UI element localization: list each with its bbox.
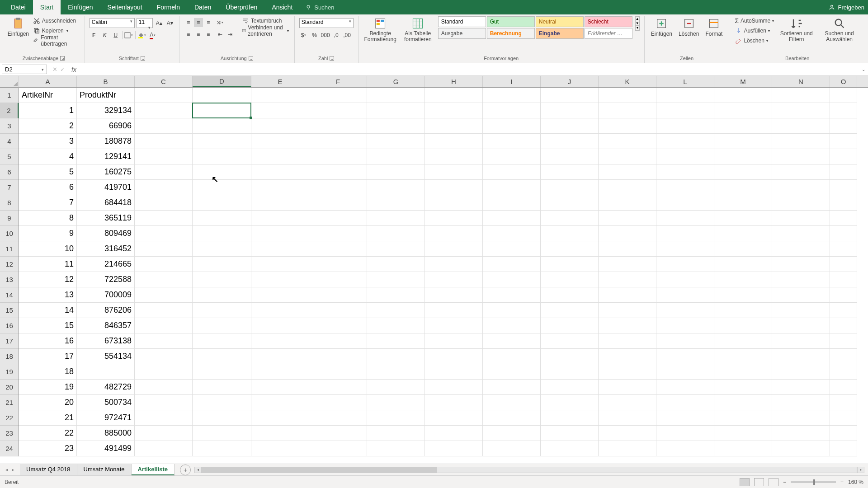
cell[interactable] — [309, 426, 367, 441]
cell[interactable] — [656, 103, 714, 118]
cell[interactable]: 316452 — [77, 241, 135, 257]
cell[interactable]: 18 — [19, 364, 77, 380]
cell[interactable] — [193, 88, 251, 103]
cell[interactable] — [483, 164, 541, 180]
cell[interactable] — [656, 426, 714, 441]
cell[interactable] — [425, 88, 483, 103]
cell-style-eingabe[interactable]: Eingabe — [536, 28, 584, 39]
cell[interactable] — [599, 441, 656, 456]
cell-style-berechnung[interactable]: Berechnung — [487, 28, 535, 39]
gallery-more-icon[interactable]: ▾ — [636, 26, 639, 30]
menu-tab-überprüfen[interactable]: Überprüfen — [218, 0, 264, 14]
clear-button[interactable]: Löschen▾ — [734, 36, 775, 45]
cell-style-ausgabe[interactable]: Ausgabe — [438, 28, 486, 39]
cell[interactable] — [193, 149, 251, 164]
decrease-decimal-icon[interactable]: ,00 — [343, 31, 352, 40]
cell[interactable] — [193, 287, 251, 303]
cell[interactable] — [541, 211, 599, 226]
cell[interactable] — [309, 410, 367, 426]
cell[interactable] — [830, 211, 857, 226]
italic-button[interactable]: K — [100, 31, 109, 40]
cell[interactable] — [135, 118, 193, 134]
cell[interactable] — [714, 149, 772, 164]
format-as-table-button[interactable]: Als Tabelle formatieren — [401, 16, 435, 43]
cut-button[interactable]: Ausschneiden — [32, 16, 80, 25]
cell[interactable] — [830, 364, 857, 380]
percent-format-icon[interactable]: % — [310, 31, 319, 40]
cell[interactable] — [425, 303, 483, 318]
column-header-H[interactable]: H — [425, 76, 483, 87]
cell[interactable] — [483, 303, 541, 318]
cell[interactable]: 419701 — [77, 180, 135, 195]
cell[interactable]: 13 — [19, 287, 77, 303]
cell[interactable] — [599, 318, 656, 333]
paste-button[interactable]: Einfügen — [7, 16, 29, 38]
cell[interactable] — [135, 103, 193, 118]
row-header-21[interactable]: 21 — [0, 395, 19, 410]
underline-button[interactable]: U — [111, 31, 120, 40]
cell[interactable] — [599, 426, 656, 441]
cell[interactable] — [714, 226, 772, 241]
cell[interactable] — [193, 349, 251, 364]
cell[interactable] — [251, 410, 309, 426]
cell[interactable] — [830, 164, 857, 180]
add-sheet-button[interactable]: + — [180, 465, 191, 475]
menu-tab-einfügen[interactable]: Einfügen — [61, 0, 100, 14]
cell[interactable] — [541, 349, 599, 364]
row-header-18[interactable]: 18 — [0, 349, 19, 364]
cell[interactable]: 8 — [19, 211, 77, 226]
cell-style-schlecht[interactable]: Schlecht — [585, 16, 632, 27]
cell[interactable] — [135, 164, 193, 180]
column-header-I[interactable]: I — [483, 76, 541, 87]
cell[interactable]: 17 — [19, 349, 77, 364]
row-header-16[interactable]: 16 — [0, 318, 19, 333]
cell[interactable] — [425, 426, 483, 441]
cell[interactable] — [830, 303, 857, 318]
cell[interactable] — [309, 149, 367, 164]
row-header-8[interactable]: 8 — [0, 195, 19, 211]
cell[interactable] — [714, 241, 772, 257]
cell[interactable] — [309, 349, 367, 364]
sheet-nav-last-icon[interactable]: ▸ — [12, 467, 14, 473]
cell[interactable] — [425, 195, 483, 211]
cell[interactable] — [830, 333, 857, 349]
row-header-20[interactable]: 20 — [0, 380, 19, 395]
menu-tab-start[interactable]: Start — [33, 0, 61, 14]
zoom-out-icon[interactable]: − — [783, 479, 786, 485]
cell[interactable] — [135, 380, 193, 395]
cell[interactable]: 700009 — [77, 287, 135, 303]
cell[interactable] — [193, 118, 251, 134]
cell[interactable]: 214665 — [77, 257, 135, 272]
cell[interactable] — [656, 287, 714, 303]
cell[interactable] — [135, 318, 193, 333]
cell[interactable] — [541, 333, 599, 349]
cell[interactable]: 20 — [19, 395, 77, 410]
align-middle-icon[interactable]: ≡ — [194, 18, 203, 27]
cell[interactable] — [772, 180, 830, 195]
cell[interactable]: 972471 — [77, 410, 135, 426]
cell[interactable]: 2 — [19, 118, 77, 134]
cell[interactable] — [772, 441, 830, 456]
cell[interactable] — [483, 349, 541, 364]
row-header-22[interactable]: 22 — [0, 410, 19, 426]
cell[interactable] — [541, 287, 599, 303]
row-header-6[interactable]: 6 — [0, 164, 19, 180]
cell[interactable]: 673138 — [77, 333, 135, 349]
row-header-17[interactable]: 17 — [0, 333, 19, 349]
cell[interactable] — [830, 103, 857, 118]
cell[interactable] — [772, 380, 830, 395]
cell[interactable] — [714, 318, 772, 333]
cell[interactable]: 491499 — [77, 441, 135, 456]
cell[interactable] — [772, 195, 830, 211]
cell[interactable] — [830, 287, 857, 303]
cell[interactable] — [541, 180, 599, 195]
cell[interactable] — [483, 364, 541, 380]
cell[interactable] — [309, 257, 367, 272]
cell[interactable] — [714, 272, 772, 287]
cell[interactable]: 722588 — [77, 272, 135, 287]
row-header-9[interactable]: 9 — [0, 211, 19, 226]
cell[interactable] — [714, 134, 772, 149]
cell[interactable] — [135, 226, 193, 241]
cell[interactable] — [772, 333, 830, 349]
cell[interactable] — [656, 364, 714, 380]
